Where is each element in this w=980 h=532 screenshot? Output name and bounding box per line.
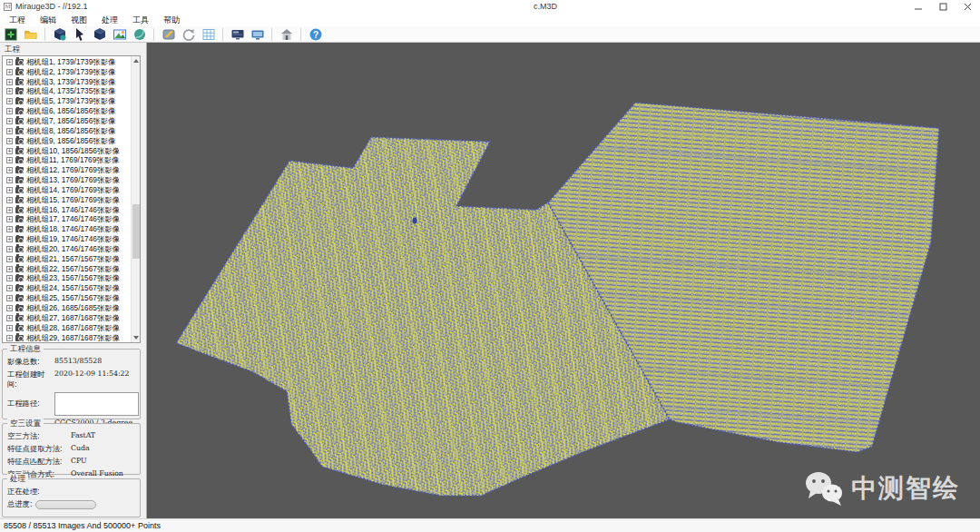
expand-plus-icon[interactable] [6, 197, 13, 203]
camera-icon [15, 59, 24, 65]
menu-bar: 工程编辑视图处理工具帮助 [0, 14, 980, 26]
expand-plus-icon[interactable] [6, 118, 13, 124]
expand-plus-icon[interactable] [6, 325, 13, 331]
expand-plus-icon[interactable] [6, 128, 13, 134]
tree-item-camera-group[interactable]: 相机组17, 1746/1746张影像 [3, 215, 131, 225]
expand-plus-icon[interactable] [6, 207, 13, 213]
expand-plus-icon[interactable] [6, 108, 13, 114]
watermark-text: 中测智绘 [851, 471, 960, 506]
menu-item-4[interactable]: 处理 [94, 15, 125, 26]
field-label: 影像总数: [7, 357, 54, 367]
watermark: 中测智绘 [804, 469, 960, 507]
tree-item-camera-group[interactable]: 相机组22, 1567/1567张影像 [3, 264, 131, 274]
tree-item-camera-group[interactable]: 相机组24, 1567/1567张影像 [3, 283, 131, 293]
image-viewer-button[interactable] [112, 27, 127, 42]
expand-plus-icon[interactable] [6, 315, 13, 321]
expand-plus-icon[interactable] [6, 216, 13, 222]
tree-item-camera-group[interactable]: 相机组2, 1739/1739张影像 [3, 67, 131, 77]
arrow-down-icon [133, 336, 139, 340]
scrollbar-thumb[interactable] [132, 204, 140, 259]
home-view-button[interactable] [279, 27, 294, 42]
expand-plus-icon[interactable] [6, 295, 13, 301]
expand-plus-icon[interactable] [6, 88, 13, 94]
expand-plus-icon[interactable] [6, 59, 13, 65]
expand-plus-icon[interactable] [6, 335, 13, 341]
expand-plus-icon[interactable] [6, 256, 13, 262]
tree-item-camera-group[interactable]: 相机组4, 1735/1735张影像 [3, 87, 131, 97]
tree-item-camera-group[interactable]: 相机组3, 1739/1739张影像 [3, 77, 131, 87]
menu-item-1[interactable]: 工程 [2, 15, 33, 26]
annotation-edit-button[interactable] [161, 27, 176, 42]
expand-plus-icon[interactable] [6, 305, 13, 311]
expand-plus-icon[interactable] [6, 275, 13, 281]
refresh-button[interactable] [181, 27, 196, 42]
field-label: 特征点提取方法: [7, 444, 71, 454]
menu-item-6[interactable]: 帮助 [156, 15, 187, 26]
monitor-primary-button[interactable] [230, 27, 245, 42]
open-project-button[interactable] [23, 27, 38, 42]
monitor-secondary-button[interactable] [250, 27, 265, 42]
tree-item-camera-group[interactable]: 相机组9, 1856/1856张影像 [3, 136, 131, 146]
expand-plus-icon[interactable] [6, 157, 13, 163]
minimize-button[interactable] [906, 0, 931, 14]
viewport-3d[interactable]: 中测智绘 [147, 43, 980, 518]
tree-item-label: 相机组6, 1856/1856张影像 [26, 106, 115, 116]
menu-item-5[interactable]: 工具 [125, 15, 156, 26]
camera-icon [15, 138, 24, 144]
block-cube-button[interactable] [92, 27, 107, 42]
help-button[interactable]: ? [308, 27, 323, 42]
tree-item-camera-group[interactable]: 相机组18, 1746/1746张影像 [3, 224, 131, 234]
tree-item-camera-group[interactable]: 相机组12, 1769/1769张影像 [3, 165, 131, 175]
menu-item-3[interactable]: 视图 [64, 15, 94, 26]
expand-plus-icon[interactable] [6, 138, 13, 144]
tree-item-camera-group[interactable]: 相机组14, 1769/1769张影像 [3, 185, 131, 195]
tree-item-camera-group[interactable]: 相机组15, 1769/1769张影像 [3, 195, 131, 205]
tree-item-camera-group[interactable]: 相机组25, 1567/1567张影像 [3, 293, 131, 303]
expand-plus-icon[interactable] [6, 69, 13, 75]
expand-plus-icon[interactable] [6, 148, 13, 154]
expand-plus-icon[interactable] [6, 167, 13, 173]
tree-item-camera-group[interactable]: 相机组27, 1687/1687张影像 [3, 313, 131, 323]
tree-item-camera-group[interactable]: 相机组13, 1769/1769张影像 [3, 175, 131, 185]
select-arrow-button[interactable] [72, 27, 87, 42]
expand-plus-icon[interactable] [6, 246, 13, 252]
tree-item-label: 相机组21, 1567/1567张影像 [26, 254, 120, 264]
tree-item-camera-group[interactable]: 相机组16, 1746/1746张影像 [3, 205, 131, 215]
tree-scrollbar[interactable] [131, 56, 140, 342]
tree-item-camera-group[interactable]: 相机组21, 1567/1567张影像 [3, 254, 131, 264]
expand-plus-icon[interactable] [6, 79, 13, 85]
status-text: 85508 / 85513 Images And 500000+ Points [0, 521, 161, 530]
tree-item-camera-group[interactable]: 相机组23, 1567/1567张影像 [3, 274, 131, 284]
scroll-down-button[interactable] [132, 333, 141, 342]
expand-plus-icon[interactable] [6, 98, 13, 104]
tree-item-camera-group[interactable]: 相机组11, 1769/1769张影像 [3, 155, 131, 165]
expand-plus-icon[interactable] [6, 177, 13, 183]
expand-plus-icon[interactable] [6, 226, 13, 232]
tree-item-camera-group[interactable]: 相机组5, 1739/1739张影像 [3, 96, 131, 106]
point-cloud-cube-button[interactable] [52, 27, 67, 42]
close-button[interactable] [956, 0, 980, 14]
tree-item-camera-group[interactable]: 相机组10, 1856/1856张影像 [3, 146, 131, 156]
tree-item-camera-group[interactable]: 相机组6, 1856/1856张影像 [3, 106, 131, 116]
tree-item-camera-group[interactable]: 相机组20, 1746/1746张影像 [3, 244, 131, 254]
sphere-view-button[interactable] [132, 27, 147, 42]
camera-icon [15, 69, 24, 75]
expand-plus-icon[interactable] [6, 236, 13, 242]
expand-plus-icon[interactable] [6, 285, 13, 291]
tree-item-camera-group[interactable]: 相机组7, 1856/1856张影像 [3, 116, 131, 126]
tree-item-camera-group[interactable]: 相机组29, 1687/1687张影像 [3, 333, 131, 342]
menu-item-2[interactable]: 编辑 [33, 15, 64, 26]
toolbar-separator [44, 28, 45, 41]
tree-item-camera-group[interactable]: 相机组26, 1685/1685张影像 [3, 303, 131, 313]
new-project-button[interactable] [3, 27, 18, 42]
camera-icon [15, 88, 24, 94]
tree-item-camera-group[interactable]: 相机组8, 1856/1856张影像 [3, 126, 131, 136]
tree-item-camera-group[interactable]: 相机组19, 1746/1746张影像 [3, 234, 131, 244]
tree-item-camera-group[interactable]: 相机组28, 1687/1687张影像 [3, 323, 131, 333]
tree-item-camera-group[interactable]: 相机组1, 1739/1739张影像 [3, 57, 131, 67]
maximize-button[interactable] [931, 0, 956, 14]
expand-plus-icon[interactable] [6, 266, 13, 272]
scroll-up-button[interactable] [132, 56, 141, 65]
grid-view-button[interactable] [201, 27, 216, 42]
expand-plus-icon[interactable] [6, 187, 13, 193]
